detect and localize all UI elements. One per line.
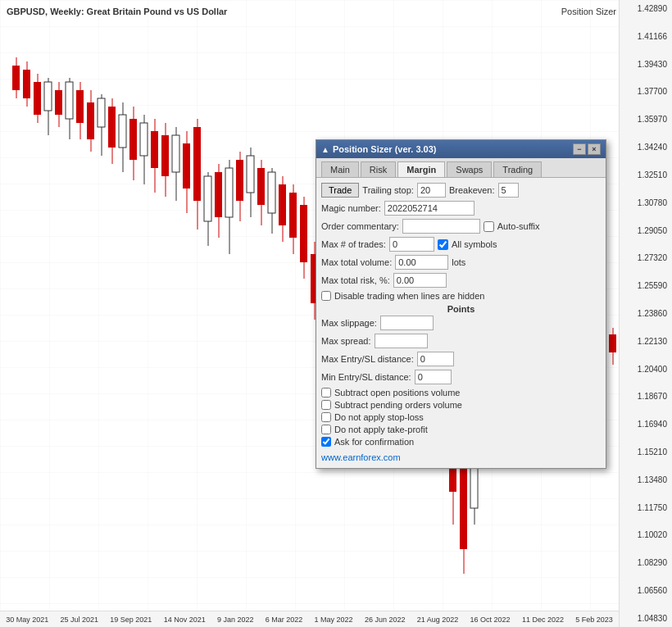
app-name: Position Sizer <box>561 7 616 16</box>
ask-confirmation-row: Ask for confirmation <box>321 437 601 447</box>
chart-title: GBPUSD, Weekly: Great Britain Pound vs U… <box>7 7 227 16</box>
subtract-open-checkbox[interactable] <box>321 388 331 398</box>
dialog-title: Position Sizer (ver. 3.03) <box>333 144 437 154</box>
chart-container: 1.42890 1.41166 1.39430 1.37700 1.35970 … <box>0 0 672 627</box>
breakeven-input[interactable] <box>498 183 519 198</box>
price-label: 1.39430 <box>621 60 670 69</box>
svg-rect-53 <box>279 184 286 225</box>
max-entry-sl-input[interactable] <box>417 352 454 366</box>
tab-risk[interactable]: Risk <box>361 161 396 177</box>
all-symbols-checkbox[interactable] <box>438 239 448 250</box>
price-label: 1.29050 <box>621 226 670 235</box>
svg-rect-89 <box>470 467 478 508</box>
max-slippage-label: Max slippage: <box>321 318 377 328</box>
svg-rect-87 <box>460 467 467 549</box>
price-label: 1.16940 <box>621 420 670 429</box>
lots-label: lots <box>452 257 465 267</box>
tab-margin[interactable]: Margin <box>397 161 445 177</box>
svg-rect-17 <box>87 102 94 139</box>
svg-rect-43 <box>225 168 233 217</box>
max-slippage-row: Max slippage: <box>321 316 601 330</box>
time-label: 16 Oct 2022 <box>470 616 511 624</box>
tab-swaps[interactable]: Swaps <box>447 161 492 177</box>
magic-number-input[interactable] <box>384 201 474 216</box>
disable-trading-label: Disable trading when lines are hidden <box>334 291 484 301</box>
minimize-button[interactable]: − <box>573 143 586 155</box>
points-header: Points <box>321 304 601 314</box>
tab-main[interactable]: Main <box>321 161 359 177</box>
subtract-pending-checkbox[interactable] <box>321 400 331 410</box>
max-total-risk-input[interactable] <box>393 273 447 288</box>
trade-button[interactable]: Trade <box>321 183 359 198</box>
no-stop-loss-checkbox[interactable] <box>321 412 331 422</box>
min-entry-sl-row: Min Entry/SL distance: <box>321 370 601 384</box>
trailing-stop-label: Trailing stop: <box>362 185 414 195</box>
time-label: 6 Mar 2022 <box>266 616 303 624</box>
svg-rect-11 <box>55 90 62 115</box>
svg-rect-5 <box>23 70 30 98</box>
price-label: 1.37700 <box>621 87 670 96</box>
time-axis: 30 May 2021 25 Jul 2021 19 Sep 2021 14 N… <box>0 611 619 627</box>
dialog-tabs: Main Risk Margin Swaps Trading <box>316 158 606 178</box>
max-slippage-input[interactable] <box>380 316 434 330</box>
svg-rect-45 <box>236 160 243 201</box>
svg-rect-39 <box>204 176 211 221</box>
price-label: 1.32510 <box>621 170 670 179</box>
min-entry-sl-input[interactable] <box>415 370 452 384</box>
subtract-pending-label: Subtract pending orders volume <box>334 400 462 410</box>
order-commentary-input[interactable] <box>402 219 480 234</box>
auto-suffix-checkbox[interactable] <box>484 221 494 232</box>
time-label: 5 Feb 2023 <box>575 616 613 624</box>
toolbar-row: Trade Trailing stop: Breakeven: <box>321 183 601 198</box>
svg-rect-9 <box>44 82 52 111</box>
order-commentary-label: Order commentary: <box>321 221 399 231</box>
dialog-title-left: ▲ Position Sizer (ver. 3.03) <box>321 144 436 154</box>
time-label: 30 May 2021 <box>6 616 48 624</box>
no-take-profit-label: Do not apply take-profit <box>334 425 428 434</box>
dialog-titlebar[interactable]: ▲ Position Sizer (ver. 3.03) − × <box>316 140 606 158</box>
no-take-profit-checkbox[interactable] <box>321 425 331 434</box>
time-label: 9 Jan 2022 <box>217 616 254 624</box>
close-button[interactable]: × <box>588 143 601 155</box>
price-label: 1.15210 <box>621 448 670 457</box>
svg-rect-29 <box>151 131 158 168</box>
dialog-body: Trade Trailing stop: Breakeven: Magic nu… <box>316 178 606 468</box>
svg-rect-3 <box>12 66 20 90</box>
trailing-stop-input[interactable] <box>417 183 446 198</box>
max-spread-label: Max spread: <box>321 336 371 346</box>
svg-rect-25 <box>129 119 137 160</box>
time-label: 1 May 2022 <box>315 616 353 624</box>
price-label: 1.10020 <box>621 530 670 539</box>
price-label: 1.42890 <box>621 4 670 13</box>
time-label: 26 Jun 2022 <box>365 616 406 624</box>
no-take-profit-row: Do not apply take-profit <box>321 425 601 434</box>
tab-trading[interactable]: Trading <box>493 161 542 177</box>
no-stop-loss-row: Do not apply stop-loss <box>321 412 601 422</box>
price-axis: 1.42890 1.41166 1.39430 1.37700 1.35970 … <box>619 0 672 627</box>
max-trades-input[interactable] <box>389 237 434 252</box>
price-label: 1.34240 <box>621 143 670 152</box>
disable-trading-checkbox[interactable] <box>321 291 331 301</box>
max-spread-input[interactable] <box>375 334 428 348</box>
svg-rect-33 <box>172 135 179 172</box>
svg-rect-15 <box>76 90 84 123</box>
ask-confirmation-checkbox[interactable] <box>321 437 331 447</box>
footer-link[interactable]: www.earnforex.com <box>321 452 401 462</box>
price-label: 1.13480 <box>621 475 670 484</box>
min-entry-sl-label: Min Entry/SL distance: <box>321 372 411 382</box>
position-sizer-dialog: ▲ Position Sizer (ver. 3.03) − × Main Ri… <box>316 139 606 469</box>
svg-rect-51 <box>268 172 275 213</box>
svg-rect-27 <box>140 123 148 156</box>
no-stop-loss-label: Do not apply stop-loss <box>334 412 424 422</box>
max-total-risk-label: Max total risk, %: <box>321 275 390 285</box>
max-total-volume-input[interactable] <box>395 255 448 270</box>
svg-rect-115 <box>609 334 616 352</box>
magic-number-row: Magic number: <box>321 201 601 216</box>
price-label: 1.04830 <box>621 614 670 623</box>
subtract-open-label: Subtract open positions volume <box>334 388 460 398</box>
svg-rect-49 <box>257 168 265 205</box>
disable-trading-row: Disable trading when lines are hidden <box>321 291 601 301</box>
svg-rect-23 <box>119 115 126 148</box>
svg-rect-31 <box>161 135 169 176</box>
price-label: 1.06560 <box>621 586 670 595</box>
